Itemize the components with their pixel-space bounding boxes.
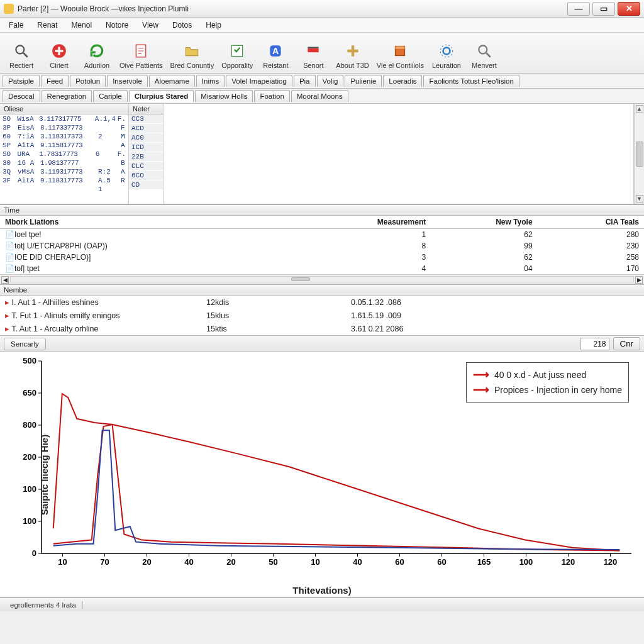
window-controls: — ▭ ✕ bbox=[565, 2, 640, 16]
tab-cariple[interactable]: Cariple bbox=[93, 90, 127, 102]
menu-dotos[interactable]: Dotos bbox=[166, 19, 198, 31]
svg-text:500: 500 bbox=[23, 356, 36, 365]
scroll-thumb[interactable] bbox=[636, 142, 643, 167]
table-row[interactable]: 📄IOE DID CHERAPLO)]362258 bbox=[0, 252, 644, 263]
toolbar-ciriert[interactable]: Ciriert bbox=[42, 35, 77, 70]
office-row[interactable]: 607:iA3.1183173732M bbox=[0, 132, 128, 141]
toolbar-about-t3d[interactable]: About T3D bbox=[333, 35, 371, 70]
vertical-scrollbar[interactable]: ▲ ▼ bbox=[634, 104, 644, 204]
tab-mooral-moons[interactable]: Mooral Moons bbox=[291, 90, 348, 102]
tab-inservole[interactable]: Inservole bbox=[107, 75, 148, 87]
time-section-head: Time bbox=[0, 204, 644, 216]
office-row[interactable]: SOWisA3.117317775A.1,4F. bbox=[0, 114, 128, 123]
tab-misariow-holls[interactable]: Misariow Holls bbox=[195, 90, 253, 102]
scroll-right-icon[interactable]: ▶ bbox=[635, 276, 643, 284]
tab-foation[interactable]: Foation bbox=[254, 90, 289, 102]
lower-table: ▸ I. Aut 1 - Alhiilles eshines12kdis0.05… bbox=[0, 296, 644, 335]
tab-patsiple[interactable]: Patsiple bbox=[3, 75, 40, 87]
toolbar-oive-pattients[interactable]: Oive Pattients bbox=[117, 35, 165, 70]
toolbar-leuration[interactable]: Leuration bbox=[429, 35, 464, 70]
office-col-head: Oliese bbox=[0, 104, 128, 114]
tab-pia[interactable]: Pia bbox=[294, 75, 316, 87]
note-icon bbox=[228, 42, 246, 60]
menu-menol[interactable]: Menol bbox=[65, 19, 98, 31]
toolbar-reistant[interactable]: AReistant bbox=[258, 35, 293, 70]
maximize-button[interactable]: ▭ bbox=[592, 2, 615, 16]
toolbar-rectiert[interactable]: Rectiert bbox=[4, 35, 39, 70]
refresh-icon bbox=[88, 42, 106, 60]
chart-value-input[interactable] bbox=[580, 338, 609, 350]
tab-inims[interactable]: Inims bbox=[196, 75, 225, 87]
tabs-secondary: DesocalRenegrationCaripleClurpius Stared… bbox=[0, 89, 644, 104]
tab-volig[interactable]: Volig bbox=[317, 75, 344, 87]
close-button[interactable]: ✕ bbox=[618, 2, 640, 16]
noter-row[interactable]: CC3 bbox=[129, 114, 163, 123]
menu-notore[interactable]: Notore bbox=[99, 19, 135, 31]
midtbl-col-0[interactable]: Mbork Liations bbox=[0, 216, 325, 229]
table-row[interactable]: 📄tof| tpet404170 bbox=[0, 263, 644, 274]
midtbl-col-3[interactable]: ClA Teals bbox=[538, 216, 644, 229]
svg-text:800: 800 bbox=[23, 420, 36, 430]
flag-icon bbox=[304, 42, 322, 60]
office-row[interactable]: SOURA1.783177736F. bbox=[0, 150, 128, 158]
office-row[interactable]: 3PEisA8.117337773F bbox=[0, 123, 128, 132]
scroll-track[interactable] bbox=[10, 276, 634, 282]
app-icon bbox=[4, 4, 14, 14]
menu-renat[interactable]: Renat bbox=[31, 19, 64, 31]
scroll-down-icon[interactable]: ▼ bbox=[636, 195, 643, 203]
tab-clurpius-stared[interactable]: Clurpius Stared bbox=[129, 90, 194, 102]
window-title: Parter [2] — Woouile Brock —vikes Inject… bbox=[18, 4, 565, 13]
noter-row[interactable]: CD bbox=[129, 180, 163, 189]
tab-faolionts-totust-fleo-lision[interactable]: Faolionts Totust Fleo'lision bbox=[423, 75, 519, 87]
tab-pulienie[interactable]: Pulienie bbox=[345, 75, 382, 87]
tab-renegration[interactable]: Renegration bbox=[42, 90, 92, 102]
chart-tab[interactable]: Sencarly bbox=[4, 338, 46, 350]
toolbar-senort[interactable]: Senort bbox=[296, 35, 331, 70]
tab-aloemame[interactable]: Aloemame bbox=[149, 75, 195, 87]
plus2-icon bbox=[344, 42, 362, 60]
scroll-up-icon[interactable]: ▲ bbox=[636, 105, 643, 113]
office-row[interactable]: 1 bbox=[0, 185, 128, 194]
tab-volel-imapeiatiog[interactable]: Volel Imapeiatiog bbox=[226, 75, 292, 87]
list-item[interactable]: ▸ T. Aut 1 - Arcualty orhline15ktis3.61 … bbox=[0, 322, 644, 335]
toolbar-menvert[interactable]: Menvert bbox=[467, 35, 502, 70]
noter-row[interactable]: ICD bbox=[129, 143, 163, 152]
list-item[interactable]: ▸ T. Fut 1 - Alinuls emilfy eningos15klu… bbox=[0, 309, 644, 322]
scroll-left-icon[interactable]: ◀ bbox=[1, 276, 9, 284]
toolbar-aduriion[interactable]: Aduriion bbox=[79, 35, 114, 70]
table-row[interactable]: 📄tot| U/ETCRAP8PHI (OAP))899230 bbox=[0, 240, 644, 252]
tab-desocal[interactable]: Desocal bbox=[3, 90, 40, 102]
scroll-thumb-h[interactable] bbox=[291, 277, 310, 281]
toolbar-vle-el-contiiiols[interactable]: Vle el Contiiiols bbox=[374, 35, 426, 70]
office-row[interactable]: 3FAitA9.118317773A.5R bbox=[0, 176, 128, 185]
horizontal-scrollbar[interactable]: ◀ ▶ bbox=[0, 274, 644, 284]
chart-cnr-button[interactable]: Cnr bbox=[613, 337, 640, 350]
noter-row[interactable]: 22B bbox=[129, 152, 163, 161]
list-item[interactable]: ▸ I. Aut 1 - Alhiilles eshines12kdis0.05… bbox=[0, 296, 644, 309]
tab-feed[interactable]: Feed bbox=[41, 75, 69, 87]
tab-loeradis[interactable]: Loeradis bbox=[383, 75, 422, 87]
svg-text:120: 120 bbox=[604, 557, 618, 567]
noter-row[interactable]: AC0 bbox=[129, 133, 163, 142]
menu-help[interactable]: Help bbox=[199, 19, 228, 31]
midtbl-col-2[interactable]: New Tyole bbox=[431, 216, 537, 229]
svg-text:165: 165 bbox=[477, 557, 491, 567]
office-row[interactable]: 3016 A1.98137777B bbox=[0, 158, 128, 167]
noter-row[interactable]: 6CO bbox=[129, 171, 163, 180]
window-titlebar: Parter [2] — Woouile Brock —vikes Inject… bbox=[0, 0, 644, 18]
toolbar-label: Menvert bbox=[472, 62, 497, 69]
office-row[interactable]: SPAitA9.115817773A bbox=[0, 141, 128, 150]
menu-fale[interactable]: Fale bbox=[3, 19, 30, 31]
noter-row[interactable]: CLC bbox=[129, 162, 163, 170]
minimize-button[interactable]: — bbox=[567, 2, 590, 16]
toolbar-label: About T3D bbox=[336, 62, 369, 69]
tab-potolun[interactable]: Potolun bbox=[70, 75, 106, 87]
midtbl-col-1[interactable]: Measurement bbox=[325, 216, 431, 229]
menu-view[interactable]: View bbox=[136, 19, 165, 31]
noter-row[interactable]: ACD bbox=[129, 124, 163, 133]
toolbar-opporality[interactable]: Opporality bbox=[219, 35, 255, 70]
toolbar-bred-conuntiy[interactable]: Bred Conuntiy bbox=[167, 35, 216, 70]
office-row[interactable]: 3QvMsA3.119317773R:2A bbox=[0, 167, 128, 176]
table-row[interactable]: 📄Ioel tpe!162280 bbox=[0, 229, 644, 241]
upper-panel: Oliese SOWisA3.117317775A.1,4F.3PEisA8.1… bbox=[0, 104, 644, 204]
